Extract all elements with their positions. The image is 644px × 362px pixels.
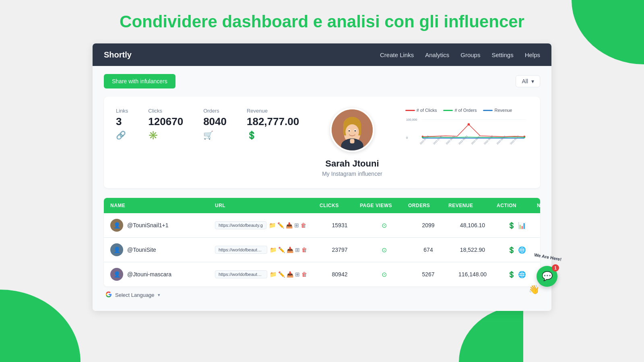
avatar-2: 👤 [110, 243, 123, 256]
copy-icon-3[interactable]: 📁 [270, 271, 277, 278]
delete-icon-3[interactable]: 🗑 [301, 271, 307, 278]
row-name-1: 👤 @TouniSnail1+1 [110, 219, 215, 232]
delete-icon[interactable]: 🗑 [301, 222, 306, 228]
globe-action-icon-2[interactable]: 🌐 [518, 246, 526, 254]
stat-revenue: Revenue 182,777.00 💲 [247, 108, 299, 140]
action-icons-1[interactable]: 💲 📊 [497, 222, 537, 229]
nav-create-links[interactable]: Create Links [380, 51, 414, 58]
qr-icon-2[interactable]: ⊞ [295, 247, 300, 253]
revenue-action-icon[interactable]: 💲 [508, 222, 516, 229]
stats-section: Links 3 🔗 Clicks 120670 ✳️ Orders 8040 [116, 108, 299, 140]
legend-orders: # of Orders [443, 108, 477, 113]
bottom-bar: Select Language ▾ [104, 291, 540, 299]
url-actions-3[interactable]: 📁 ✏️ 📥 ⊞ 🗑 [270, 271, 307, 278]
legend-clicks-line [405, 110, 415, 111]
chevron-down-icon: ▾ [531, 78, 534, 84]
svg-text:2022-08-01: 2022-08-01 [445, 135, 455, 145]
navbar-brand: Shortly [104, 50, 132, 60]
app-container: Shortly Create Links Analytics Groups Se… [93, 43, 551, 311]
svg-text:2022-08-03: 2022-08-03 [458, 135, 468, 145]
profile-center: Sarah Jtouni My Instagram influencer [311, 108, 393, 177]
url-actions-1[interactable]: 📁 ✏️ 📥 ⊞ 🗑 [269, 222, 306, 228]
th-revenue: REVENUE [448, 203, 497, 208]
edit-url-icon-2[interactable]: ✏️ [278, 247, 285, 253]
stat-clicks-value: 120670 [148, 115, 183, 128]
navbar: Shortly Create Links Analytics Groups Se… [93, 43, 551, 66]
legend-revenue-line [483, 110, 493, 111]
th-pageviews: PAGE VIEWS [360, 203, 408, 208]
legend-revenue: Revenue [483, 108, 512, 113]
th-notes: NOTES [537, 203, 540, 208]
copy-icon-2[interactable]: 📁 [270, 247, 277, 253]
url-text-1: https://worldofbeauty.g [215, 221, 266, 229]
add-url-icon-2[interactable]: 📥 [287, 247, 293, 253]
avatar [330, 108, 374, 152]
url-cell-1: https://worldofbeauty.g 📁 ✏️ 📥 ⊞ 🗑 [215, 221, 320, 229]
chat-widget[interactable]: We Are Here! 💬 1 👋 [537, 266, 557, 287]
table-row: 👤 @TouniSite https://worldofbeautync 📁 ✏… [104, 238, 540, 262]
svg-rect-12 [350, 139, 354, 143]
revenue-action-icon-2[interactable]: 💲 [508, 246, 516, 254]
chat-button[interactable]: 💬 1 [537, 266, 557, 287]
wave-icon: 👋 [528, 284, 539, 295]
chart-action-icon[interactable]: 📊 [518, 222, 526, 229]
row-username-2: @TouniSite [127, 247, 156, 253]
filter-dropdown[interactable]: All ▾ [516, 75, 540, 87]
add-url-icon[interactable]: 📥 [286, 222, 293, 228]
legend-orders-label: # of Orders [454, 108, 477, 113]
svg-point-18 [467, 123, 470, 125]
orders-icon: 🛒 [203, 130, 227, 140]
language-dropdown-arrow[interactable]: ▾ [158, 292, 160, 298]
google-icon [105, 291, 112, 299]
clicks-icon: ✳️ [148, 130, 183, 140]
svg-text:0: 0 [406, 136, 408, 140]
action-icons-2[interactable]: 💲 🌐 [497, 246, 537, 254]
chart-section: # of Clicks # of Orders Revenue [405, 108, 528, 152]
legend-clicks: # of Clicks [405, 108, 437, 113]
action-icons-3[interactable]: 💲 🌐 [497, 271, 537, 278]
nav-groups[interactable]: Groups [460, 51, 480, 58]
pageviews-icon-1: ⊙ [360, 222, 408, 229]
select-language-label[interactable]: Select Language [115, 292, 155, 298]
edit-url-icon-3[interactable]: ✏️ [278, 271, 285, 278]
stat-clicks-label: Clicks [148, 108, 183, 114]
clicks-2: 23797 [320, 247, 360, 253]
th-url: URL [215, 203, 320, 208]
stat-revenue-label: Revenue [247, 108, 299, 114]
revenue-action-icon-3[interactable]: 💲 [508, 271, 516, 278]
profile-subtitle: My Instagram influencer [322, 171, 382, 177]
stat-revenue-value: 182,777.00 [247, 115, 299, 128]
nav-settings[interactable]: Settings [491, 51, 513, 58]
pageviews-icon-3: ⊙ [360, 271, 408, 278]
th-orders: ORDERS [408, 203, 448, 208]
edit-url-icon[interactable]: ✏️ [277, 222, 284, 228]
app-body: Share with infulancers All ▾ Links 3 🔗 [93, 66, 551, 311]
line-chart: 100,000 0 [405, 116, 528, 152]
avatar-1: 👤 [110, 219, 123, 232]
qr-icon[interactable]: ⊞ [294, 222, 299, 228]
svg-text:2022-08-09: 2022-08-09 [483, 135, 493, 145]
qr-icon-3[interactable]: ⊞ [295, 271, 300, 278]
hero-title: Condividere dashboard e analisi con gli … [120, 12, 524, 31]
svg-text:2022-08-07: 2022-08-07 [471, 135, 481, 145]
delete-icon-2[interactable]: 🗑 [301, 247, 307, 253]
table-header: NAME URL CLICKS PAGE VIEWS ORDERS REVENU… [104, 198, 540, 213]
stat-orders: Orders 8040 🛒 [203, 108, 227, 140]
legend-orders-line [443, 110, 453, 111]
globe-action-icon-3[interactable]: 🌐 [518, 271, 526, 278]
share-influencers-button[interactable]: Share with infulancers [104, 74, 175, 88]
nav-helps[interactable]: Helps [525, 51, 540, 58]
clicks-1: 15931 [320, 222, 360, 228]
stat-links-label: Links [116, 108, 128, 114]
url-actions-2[interactable]: 📁 ✏️ 📥 ⊞ 🗑 [270, 247, 307, 253]
copy-icon[interactable]: 📁 [269, 222, 276, 228]
revenue-icon: 💲 [247, 130, 299, 140]
url-text-3: https://worldofbeautync [215, 270, 267, 278]
add-url-icon-3[interactable]: 📥 [287, 271, 293, 278]
nav-analytics[interactable]: Analytics [425, 51, 449, 58]
profile-name: Sarah Jtouni [325, 158, 379, 169]
filter-label: All [522, 78, 528, 84]
profile-top: Links 3 🔗 Clicks 120670 ✳️ Orders 8040 [116, 108, 528, 177]
notes-icon-1[interactable]: ✏️ [537, 222, 540, 229]
url-text-2: https://worldofbeautync [215, 246, 267, 254]
